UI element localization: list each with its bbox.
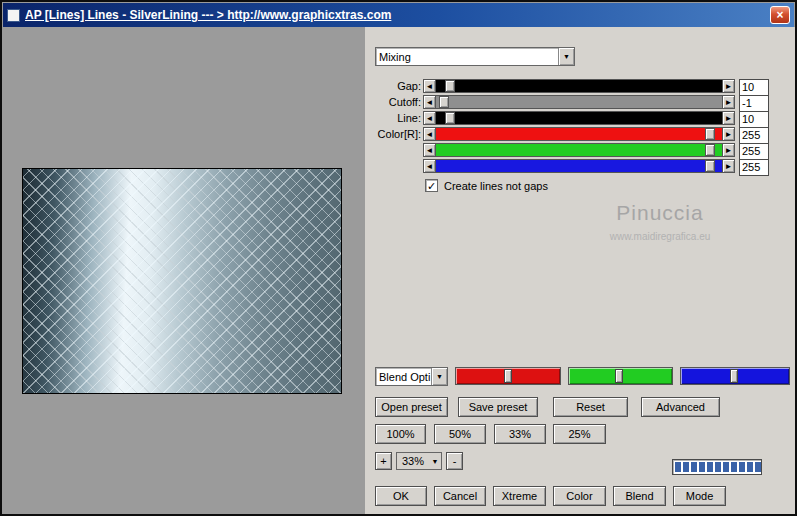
zoom-100-button[interactable]: 100% (375, 424, 426, 444)
controls-panel: Mixing ▼ Gap: ◄ ► 10 Cutoff: ◄ ► -1 Line… (365, 27, 795, 514)
mixing-mode-value: Mixing (376, 51, 558, 63)
arrow-left-icon: ◄ (426, 130, 434, 139)
slider-right-arrow-icon[interactable]: ► (722, 79, 735, 93)
slider-left-arrow-icon[interactable]: ◄ (423, 143, 436, 157)
color-b-slider-thumb[interactable] (705, 160, 715, 172)
arrow-right-icon: ► (725, 146, 733, 155)
color-button[interactable]: Color (553, 486, 606, 506)
color-r-slider-track[interactable] (436, 127, 722, 141)
create-lines-label: Create lines not gaps (444, 179, 548, 193)
advanced-button[interactable]: Advanced (641, 397, 720, 417)
zoom-level-dropdown[interactable]: 33% ▼ (396, 452, 442, 470)
cutoff-slider-track[interactable] (436, 95, 722, 109)
check-icon: ✓ (427, 180, 436, 192)
slider-left-arrow-icon[interactable]: ◄ (423, 79, 436, 93)
progress-fill (675, 462, 761, 472)
slider-left-arrow-icon[interactable]: ◄ (423, 95, 436, 109)
color-g-slider-thumb[interactable] (705, 144, 715, 156)
cutoff-label: Cutoff: (367, 95, 421, 110)
close-icon: × (776, 8, 783, 22)
blend-options-value: Blend Opti (376, 371, 431, 383)
zoom-out-button[interactable]: - (446, 452, 463, 470)
app-icon (7, 9, 20, 22)
line-label: Line: (367, 111, 421, 126)
color-g-value[interactable]: 255 (739, 143, 769, 160)
cutoff-slider-thumb[interactable] (439, 96, 449, 108)
close-button[interactable]: × (770, 6, 790, 24)
arrow-left-icon: ◄ (426, 162, 434, 171)
zoom-25-button[interactable]: 25% (553, 424, 606, 444)
xtreme-button[interactable]: Xtreme (493, 486, 546, 506)
create-lines-checkbox[interactable]: ✓ (425, 179, 438, 192)
progress-bar (672, 459, 762, 475)
chevron-down-icon: ▼ (436, 373, 443, 380)
gap-value[interactable]: 10 (739, 79, 769, 96)
color-r-label: Color[R]: (367, 127, 421, 142)
gap-slider-track[interactable] (436, 79, 722, 93)
line-value[interactable]: 10 (739, 111, 769, 128)
cancel-button[interactable]: Cancel (434, 486, 486, 506)
dropdown-arrow-icon[interactable]: ▼ (431, 368, 447, 385)
color-r-slider-thumb[interactable] (705, 128, 715, 140)
slider-left-arrow-icon[interactable]: ◄ (423, 111, 436, 125)
color-r-value[interactable]: 255 (739, 127, 769, 144)
blend-options-dropdown[interactable]: Blend Opti ▼ (375, 367, 448, 386)
slider-left-arrow-icon[interactable]: ◄ (423, 159, 436, 173)
line-slider[interactable]: ◄ ► (423, 111, 735, 125)
reset-button[interactable]: Reset (553, 397, 628, 417)
green-channel-thumb[interactable] (615, 369, 623, 383)
plugin-window: AP [Lines] Lines - SilverLining --- > ht… (0, 0, 797, 516)
arrow-right-icon: ► (725, 114, 733, 123)
slider-right-arrow-icon[interactable]: ► (722, 95, 735, 109)
slider-right-arrow-icon[interactable]: ► (722, 159, 735, 173)
title-bar[interactable]: AP [Lines] Lines - SilverLining --- > ht… (3, 3, 794, 27)
color-g-slider[interactable]: ◄ ► (423, 143, 735, 157)
watermark: Pinuccia www.maidiregrafica.eu (565, 201, 755, 242)
zoom-level-value: 33% (397, 455, 429, 467)
zoom-50-button[interactable]: 50% (434, 424, 486, 444)
arrow-left-icon: ◄ (426, 114, 434, 123)
save-preset-button[interactable]: Save preset (458, 397, 538, 417)
line-slider-thumb[interactable] (445, 112, 455, 124)
mode-button[interactable]: Mode (673, 486, 726, 506)
cutoff-value[interactable]: -1 (739, 95, 769, 112)
ok-button[interactable]: OK (375, 486, 427, 506)
red-channel-thumb[interactable] (504, 369, 512, 383)
arrow-right-icon: ► (725, 162, 733, 171)
blue-channel-thumb[interactable] (730, 369, 738, 383)
color-g-slider-track[interactable] (436, 143, 722, 157)
image-preview[interactable] (22, 168, 342, 394)
window-title: AP [Lines] Lines - SilverLining --- > ht… (25, 8, 790, 22)
color-b-slider[interactable]: ◄ ► (423, 159, 735, 173)
arrow-right-icon: ► (725, 82, 733, 91)
mixing-mode-dropdown[interactable]: Mixing ▼ (375, 47, 575, 66)
zoom-in-button[interactable]: + (375, 452, 392, 470)
slider-right-arrow-icon[interactable]: ► (722, 143, 735, 157)
blend-button[interactable]: Blend (613, 486, 666, 506)
color-b-slider-track[interactable] (436, 159, 722, 173)
red-channel-slider[interactable] (455, 367, 561, 385)
arrow-left-icon: ◄ (426, 82, 434, 91)
dropdown-arrow-icon[interactable]: ▼ (558, 48, 574, 65)
slider-right-arrow-icon[interactable]: ► (722, 111, 735, 125)
watermark-name: Pinuccia (565, 201, 755, 225)
zoom-33-button[interactable]: 33% (494, 424, 546, 444)
open-preset-button[interactable]: Open preset (375, 397, 448, 417)
arrow-left-icon: ◄ (426, 98, 434, 107)
color-b-value[interactable]: 255 (739, 159, 769, 176)
watermark-url: www.maidiregrafica.eu (565, 231, 755, 242)
slider-right-arrow-icon[interactable]: ► (722, 127, 735, 141)
color-b-label (367, 159, 421, 174)
green-channel-slider[interactable] (568, 367, 673, 385)
cutoff-slider[interactable]: ◄ ► (423, 95, 735, 109)
color-r-slider[interactable]: ◄ ► (423, 127, 735, 141)
slider-left-arrow-icon[interactable]: ◄ (423, 127, 436, 141)
arrow-right-icon: ► (725, 98, 733, 107)
gap-slider[interactable]: ◄ ► (423, 79, 735, 93)
arrow-right-icon: ► (725, 130, 733, 139)
line-slider-track[interactable] (436, 111, 722, 125)
gap-slider-thumb[interactable] (445, 80, 455, 92)
chevron-down-icon: ▼ (429, 458, 441, 465)
color-g-label (367, 143, 421, 158)
blue-channel-slider[interactable] (680, 367, 790, 385)
